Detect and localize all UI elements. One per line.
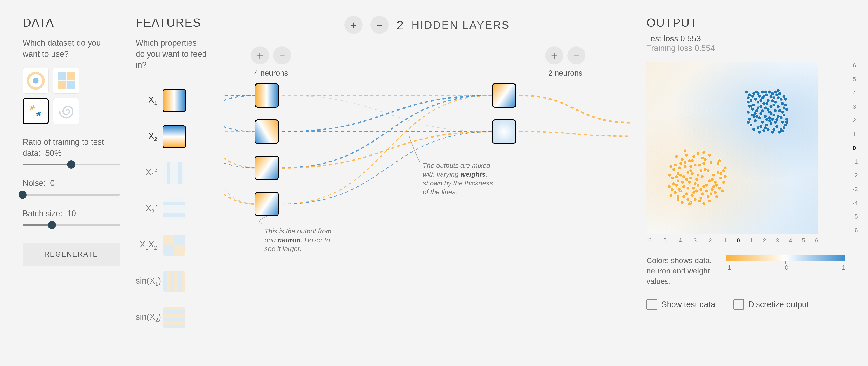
svg-point-189: [754, 112, 757, 115]
remove-layer-button[interactable]: －: [370, 16, 389, 34]
svg-point-62: [678, 188, 681, 191]
feature-thumb: [163, 126, 185, 147]
hidden-layers-header: ＋ － 2 HIDDEN LAYERS: [224, 16, 631, 34]
svg-point-129: [760, 112, 763, 115]
svg-point-140: [751, 95, 754, 98]
neuron-h1-4[interactable]: [255, 193, 278, 215]
noise-slider[interactable]: [23, 194, 120, 196]
data-panel: DATA Which dataset do you want to use?: [23, 16, 120, 329]
svg-point-132: [782, 113, 785, 116]
svg-point-18: [684, 161, 687, 164]
svg-point-16: [39, 114, 40, 116]
layer-1-add-neuron[interactable]: ＋: [251, 46, 269, 64]
svg-point-104: [678, 167, 681, 170]
svg-point-190: [778, 92, 781, 95]
svg-point-99: [693, 198, 697, 201]
svg-point-29: [715, 184, 718, 187]
svg-point-144: [755, 109, 758, 112]
layer-2-neuron-count: 2 neurons: [548, 68, 582, 77]
svg-point-141: [772, 113, 776, 116]
svg-point-31: [702, 185, 705, 188]
svg-point-39: [671, 176, 674, 179]
svg-point-113: [692, 187, 695, 190]
svg-point-17: [36, 113, 37, 114]
svg-point-172: [760, 105, 763, 108]
svg-point-57: [705, 184, 708, 187]
svg-point-21: [717, 171, 720, 174]
svg-point-96: [701, 156, 704, 160]
svg-point-60: [669, 194, 673, 197]
features-heading: FEATURES: [135, 16, 208, 29]
svg-point-106: [689, 165, 692, 168]
svg-point-117: [688, 202, 691, 205]
regenerate-button[interactable]: REGENERATE: [23, 243, 120, 265]
output-plot[interactable]: [647, 62, 818, 234]
svg-point-206: [764, 126, 767, 130]
dataset-xor[interactable]: [53, 68, 79, 94]
svg-point-38: [688, 159, 691, 162]
svg-point-201: [760, 125, 763, 128]
svg-point-214: [765, 102, 768, 105]
feature-1[interactable]: X2: [135, 126, 208, 147]
neuron-h2-1[interactable]: [493, 84, 515, 107]
show-test-data-checkbox[interactable]: Show test data: [647, 299, 715, 310]
svg-point-70: [686, 198, 690, 201]
svg-point-110: [700, 169, 703, 172]
svg-point-47: [676, 198, 680, 201]
feature-3[interactable]: X22: [135, 198, 208, 220]
svg-point-1: [33, 78, 38, 83]
dataset-spiral[interactable]: [53, 98, 79, 124]
features-question: Which properties do you want to feed in?: [135, 37, 208, 71]
svg-point-11: [33, 107, 35, 108]
svg-point-194: [762, 95, 765, 98]
svg-point-93: [691, 159, 694, 162]
dataset-gaussian[interactable]: [23, 98, 49, 124]
svg-point-168: [762, 129, 765, 132]
svg-point-142: [784, 103, 787, 107]
svg-point-182: [756, 106, 760, 110]
svg-point-20: [676, 172, 680, 175]
neuron-annotation: This is the output from one neuron. Hove…: [265, 227, 339, 253]
add-layer-button[interactable]: ＋: [344, 16, 363, 34]
neuron-h2-2[interactable]: [493, 120, 515, 143]
ratio-slider[interactable]: [23, 164, 120, 165]
svg-point-97: [675, 175, 678, 178]
layer-1-controls: ＋ － 4 neurons: [251, 46, 291, 77]
feature-2[interactable]: X12: [135, 162, 208, 184]
batch-slider[interactable]: [23, 224, 120, 226]
svg-point-79: [711, 178, 714, 181]
layer-1-remove-neuron[interactable]: －: [273, 46, 291, 64]
svg-point-23: [689, 169, 692, 172]
svg-point-76: [717, 162, 720, 165]
feature-4[interactable]: X1X2: [135, 234, 208, 256]
feature-thumb: [163, 307, 185, 329]
svg-point-139: [762, 102, 765, 105]
svg-point-46: [700, 197, 703, 200]
svg-point-14: [39, 112, 41, 113]
svg-point-42: [714, 191, 717, 194]
feature-label: X22: [135, 204, 157, 215]
neuron-h1-3[interactable]: [255, 157, 278, 179]
discretize-output-checkbox[interactable]: Discretize output: [733, 299, 809, 310]
svg-point-63: [701, 192, 704, 195]
feature-5[interactable]: sin(X1): [135, 271, 208, 292]
svg-point-74: [675, 155, 678, 158]
layer-2-add-neuron[interactable]: ＋: [545, 46, 563, 64]
feature-0[interactable]: X1: [135, 90, 208, 111]
feature-label: sin(X1): [135, 276, 157, 287]
dataset-circle[interactable]: [23, 68, 49, 94]
svg-point-10: [30, 106, 31, 107]
svg-point-52: [709, 161, 712, 164]
svg-point-179: [752, 128, 755, 131]
svg-point-41: [674, 191, 677, 194]
svg-point-165: [770, 122, 773, 125]
y-axis: 6543210-1-2-3-4-5-6: [852, 62, 858, 234]
neuron-h1-2[interactable]: [255, 120, 278, 143]
feature-6[interactable]: sin(X2): [135, 307, 208, 329]
layer-2-remove-neuron[interactable]: －: [567, 46, 585, 64]
svg-point-184: [761, 109, 764, 112]
svg-point-170: [767, 99, 770, 102]
svg-point-166: [758, 95, 761, 98]
svg-point-198: [751, 108, 754, 111]
neuron-h1-1[interactable]: [255, 84, 278, 107]
